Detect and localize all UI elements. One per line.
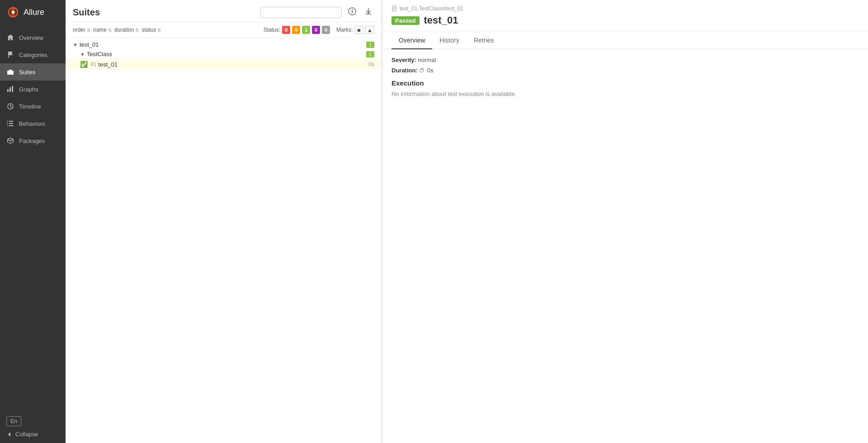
test-row-test01[interactable]: ✅ #1 test_01 0s xyxy=(66,59,382,70)
test-detail-title: test_01 xyxy=(424,14,458,26)
suite-row-testclass[interactable]: ▼ TestClass 1 xyxy=(66,49,382,59)
sidebar-navigation: Overview Categories Suites Graphs Timeli… xyxy=(0,24,66,411)
language-button[interactable]: En xyxy=(6,416,21,426)
sidebar-item-timeline[interactable]: Timeline xyxy=(0,98,66,115)
svg-rect-4 xyxy=(7,89,9,92)
sidebar-item-packages[interactable]: Packages xyxy=(0,132,66,149)
app-logo-text: Allure xyxy=(24,8,44,17)
suites-panel: Suites order ⇅ name ⇅ duration ⇅ xyxy=(66,0,382,443)
suites-header: Suites xyxy=(66,0,382,22)
suite-count: 1 xyxy=(366,42,374,48)
list-icon xyxy=(6,119,14,128)
order-sort[interactable]: order ⇅ xyxy=(73,27,90,33)
tab-history[interactable]: History xyxy=(432,32,467,49)
file-icon xyxy=(392,5,398,12)
svg-point-16 xyxy=(352,9,353,10)
package-icon xyxy=(6,137,14,145)
svg-rect-11 xyxy=(9,123,13,124)
svg-rect-10 xyxy=(7,123,8,124)
sidebar-item-categories[interactable]: Categories xyxy=(0,46,66,63)
order-arrow-icon: ⇅ xyxy=(87,28,90,33)
chevron-down-icon: ▼ xyxy=(73,42,78,48)
passed-badge: Passed xyxy=(392,16,420,25)
marks-group: Marks: ■ ▲ xyxy=(336,26,374,34)
detail-panel: test_01.TestClass#test_01 Passed test_01… xyxy=(382,0,868,443)
svg-rect-6 xyxy=(12,86,13,92)
info-button[interactable] xyxy=(346,6,358,18)
mark-triangle-badge[interactable]: ▲ xyxy=(365,26,374,34)
sidebar: Allure Overview Categories Suites Graphs xyxy=(0,0,66,443)
chevron-left-icon xyxy=(6,431,13,438)
sidebar-item-behaviors[interactable]: Behaviors xyxy=(0,115,66,132)
detail-header: test_01.TestClass#test_01 Passed test_01 xyxy=(382,0,868,32)
svg-point-2 xyxy=(12,11,14,14)
mark-black-badge[interactable]: ■ xyxy=(354,26,363,34)
detail-body: Severity: normal Duration: ⏱ 0s Executio… xyxy=(382,49,868,443)
sidebar-item-overview[interactable]: Overview xyxy=(0,29,66,46)
search-input[interactable] xyxy=(260,7,342,18)
test-name: test_01 xyxy=(98,61,368,68)
status-counts: Status: 0 0 1 0 0 xyxy=(264,26,330,34)
tab-retries[interactable]: Retries xyxy=(467,32,501,49)
severity-label: Severity: xyxy=(392,57,416,63)
name-sort[interactable]: name ⇅ xyxy=(93,27,112,33)
test-duration: 0s xyxy=(368,61,374,67)
duration-arrow-icon: ⇅ xyxy=(135,28,139,33)
status-sort[interactable]: status ⇅ xyxy=(142,27,161,33)
status-arrow-icon: ⇅ xyxy=(157,28,161,33)
collapse-button[interactable]: Collapse xyxy=(6,431,59,438)
breadcrumb-text: test_01.TestClass#test_01 xyxy=(400,5,463,12)
svg-rect-5 xyxy=(9,87,11,92)
status-failed-badge[interactable]: 0 xyxy=(282,26,290,34)
suites-title: Suites xyxy=(73,7,256,18)
marks-label: Marks: xyxy=(336,27,353,33)
home-icon xyxy=(6,33,14,42)
status-unknown-badge[interactable]: 0 xyxy=(322,26,330,34)
status-skipped-badge[interactable]: 0 xyxy=(312,26,320,34)
no-execution-text: No information about test execution is a… xyxy=(392,91,859,97)
status-label: Status: xyxy=(264,27,280,33)
test-num: #1 xyxy=(90,61,96,67)
svg-rect-8 xyxy=(7,121,8,122)
suite-list: ▼ test_01 1 ▼ TestClass 1 ✅ #1 test_01 0… xyxy=(66,38,382,443)
svg-rect-13 xyxy=(9,125,13,126)
briefcase-icon xyxy=(6,68,14,76)
class-count: 1 xyxy=(366,51,374,57)
status-passed-badge[interactable]: 1 xyxy=(302,26,310,34)
flag-icon xyxy=(6,51,14,59)
status-broken-badge[interactable]: 0 xyxy=(292,26,300,34)
toolbar: order ⇅ name ⇅ duration ⇅ status ⇅ Statu… xyxy=(66,22,382,38)
suite-row-test01[interactable]: ▼ test_01 1 xyxy=(66,40,382,49)
svg-rect-15 xyxy=(352,10,353,13)
passed-check-icon: ✅ xyxy=(80,61,88,68)
duration-clock-icon: ⏱ xyxy=(419,67,425,74)
clock-icon xyxy=(6,102,14,110)
sidebar-item-suites[interactable]: Suites xyxy=(0,63,66,81)
tab-overview[interactable]: Overview xyxy=(392,32,432,49)
svg-rect-9 xyxy=(9,121,13,122)
suite-group-test01: ▼ test_01 1 ▼ TestClass 1 ✅ #1 test_01 0… xyxy=(66,38,382,71)
duration-label: Duration: xyxy=(392,67,418,74)
severity-value: normal xyxy=(418,57,436,63)
allure-logo-icon xyxy=(6,5,20,19)
duration-sort[interactable]: duration ⇅ xyxy=(114,27,139,33)
info-icon xyxy=(348,7,356,15)
chevron-down-icon-class: ▼ xyxy=(80,52,85,57)
breadcrumb: test_01.TestClass#test_01 xyxy=(392,5,859,12)
svg-rect-3 xyxy=(7,71,14,75)
download-icon xyxy=(364,7,373,15)
svg-rect-12 xyxy=(7,125,8,126)
class-name: TestClass xyxy=(87,51,366,57)
execution-title: Execution xyxy=(392,79,859,87)
content-area: Suites order ⇅ name ⇅ duration ⇅ xyxy=(66,0,868,443)
detail-tabs: Overview History Retries xyxy=(382,32,868,49)
name-arrow-icon: ⇅ xyxy=(108,28,112,33)
severity-row: Severity: normal xyxy=(392,57,859,63)
suite-name: test_01 xyxy=(80,41,366,48)
duration-value: 0s xyxy=(427,67,434,74)
sidebar-bottom: En Collapse xyxy=(0,411,66,443)
download-button[interactable] xyxy=(363,6,374,18)
duration-row: Duration: ⏱ 0s xyxy=(392,67,859,74)
sidebar-logo: Allure xyxy=(0,0,66,24)
sidebar-item-graphs[interactable]: Graphs xyxy=(0,81,66,98)
